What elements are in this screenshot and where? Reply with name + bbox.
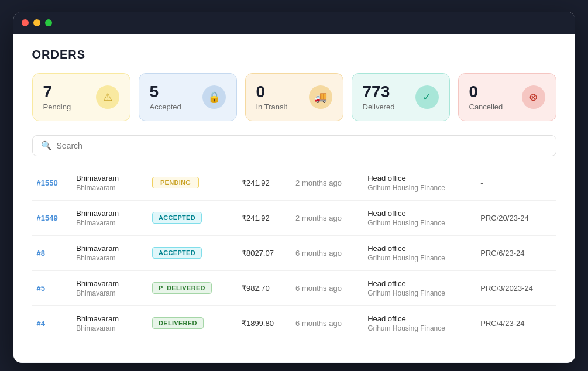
- order-amount: ₹1899.80: [237, 305, 291, 341]
- close-button[interactable]: [22, 19, 29, 26]
- order-amount: ₹241.92: [237, 166, 291, 201]
- stat-icon-accepted: 🔒: [202, 85, 226, 109]
- stat-card-transit[interactable]: 0 In Transit 🚚: [245, 73, 343, 121]
- order-location: Bhimavaram Bhimavaram: [71, 305, 147, 341]
- stat-label-accepted: Accepted: [150, 102, 181, 111]
- order-id: #4: [32, 305, 72, 341]
- order-status: DELIVERED: [147, 305, 237, 341]
- stat-label-pending: Pending: [43, 102, 71, 111]
- stat-count-transit: 0: [256, 83, 287, 101]
- order-destination: Head office Grihum Housing Finance: [363, 200, 476, 235]
- order-id: #1549: [32, 200, 72, 235]
- stat-cards: 7 Pending ⚠ 5 Accepted 🔒 0 In Transit 🚚 …: [32, 73, 556, 121]
- order-id: #5: [32, 270, 72, 305]
- stat-card-pending[interactable]: 7 Pending ⚠: [32, 73, 130, 121]
- stat-icon-delivered: ✓: [415, 85, 439, 109]
- order-time: 6 months ago: [291, 235, 363, 270]
- order-status: ACCEPTED: [147, 200, 237, 235]
- order-ref: PRC/6/23-24: [476, 235, 556, 270]
- stat-card-delivered[interactable]: 773 Delivered ✓: [352, 73, 450, 121]
- order-status: ACCEPTED: [147, 235, 237, 270]
- search-icon: 🔍: [41, 140, 52, 151]
- order-location: Bhimavaram Bhimavaram: [71, 200, 147, 235]
- main-content: ORDERS 7 Pending ⚠ 5 Accepted 🔒 0 In Tra…: [13, 34, 575, 362]
- stat-icon-cancelled: ⊗: [522, 85, 545, 109]
- stat-count-pending: 7: [43, 83, 71, 101]
- order-time: 2 months ago: [291, 200, 363, 235]
- titlebar: [13, 12, 575, 34]
- stat-label-delivered: Delivered: [363, 102, 395, 111]
- order-amount: ₹8027.07: [237, 235, 291, 270]
- order-destination: Head office Grihum Housing Finance: [363, 235, 476, 270]
- order-location: Bhimavaram Bhimavaram: [71, 270, 147, 305]
- app-window: ORDERS 7 Pending ⚠ 5 Accepted 🔒 0 In Tra…: [13, 12, 575, 363]
- stat-label-cancelled: Cancelled: [469, 102, 503, 111]
- order-time: 6 months ago: [291, 305, 363, 341]
- order-amount: ₹982.70: [237, 270, 291, 305]
- search-bar[interactable]: 🔍: [32, 135, 556, 156]
- order-ref: PRC/4/23-24: [476, 305, 556, 341]
- stat-count-delivered: 773: [363, 83, 395, 101]
- order-destination: Head office Grihum Housing Finance: [363, 305, 476, 341]
- stat-card-accepted[interactable]: 5 Accepted 🔒: [139, 73, 237, 121]
- order-status: PENDING: [147, 166, 237, 201]
- order-status: P_DELIVERED: [147, 270, 237, 305]
- order-location: Bhimavaram Bhimavaram: [71, 166, 147, 201]
- stat-icon-transit: 🚚: [309, 85, 332, 109]
- order-ref: PRC/20/23-24: [476, 200, 556, 235]
- page-title: ORDERS: [32, 48, 556, 61]
- order-location: Bhimavaram Bhimavaram: [71, 235, 147, 270]
- order-id: #8: [32, 235, 72, 270]
- stat-count-cancelled: 0: [469, 83, 503, 101]
- order-id: #1550: [32, 166, 72, 201]
- table-row[interactable]: #1550 Bhimavaram Bhimavaram PENDING ₹241…: [32, 166, 556, 201]
- stat-label-transit: In Transit: [256, 102, 287, 111]
- table-row[interactable]: #1549 Bhimavaram Bhimavaram ACCEPTED ₹24…: [32, 200, 556, 235]
- order-destination: Head office Grihum Housing Finance: [363, 166, 476, 201]
- maximize-button[interactable]: [45, 19, 52, 26]
- table-row[interactable]: #8 Bhimavaram Bhimavaram ACCEPTED ₹8027.…: [32, 235, 556, 270]
- stat-card-cancelled[interactable]: 0 Cancelled ⊗: [458, 73, 556, 121]
- table-row[interactable]: #5 Bhimavaram Bhimavaram P_DELIVERED ₹98…: [32, 270, 556, 305]
- order-amount: ₹241.92: [237, 200, 291, 235]
- search-input[interactable]: [57, 141, 548, 150]
- orders-table: #1550 Bhimavaram Bhimavaram PENDING ₹241…: [32, 166, 556, 341]
- order-destination: Head office Grihum Housing Finance: [363, 270, 476, 305]
- stat-count-accepted: 5: [150, 83, 181, 101]
- minimize-button[interactable]: [33, 19, 40, 26]
- table-row[interactable]: #4 Bhimavaram Bhimavaram DELIVERED ₹1899…: [32, 305, 556, 341]
- order-time: 2 months ago: [291, 166, 363, 201]
- order-time: 6 months ago: [291, 270, 363, 305]
- order-ref: PRC/3/2023-24: [476, 270, 556, 305]
- order-ref: -: [476, 166, 556, 201]
- stat-icon-pending: ⚠: [96, 85, 119, 109]
